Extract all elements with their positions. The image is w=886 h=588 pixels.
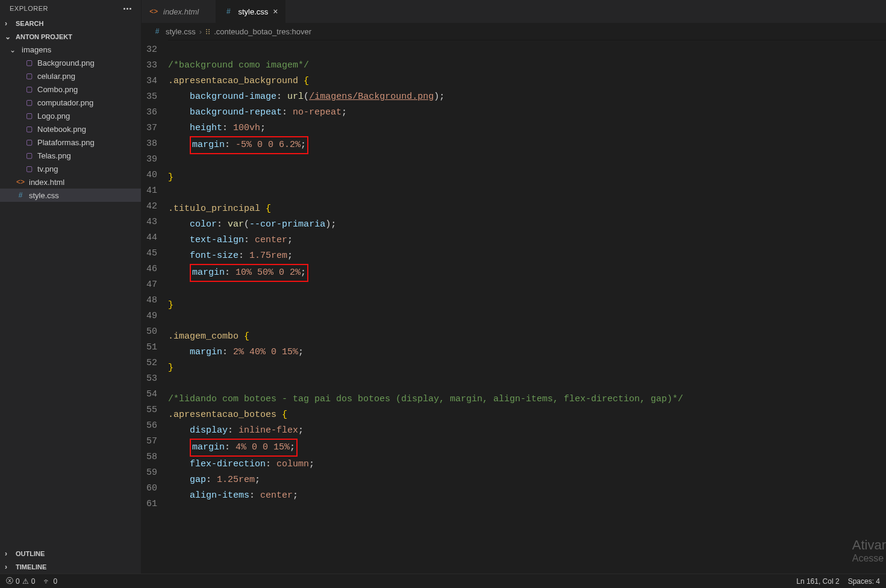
code-line[interactable] bbox=[168, 154, 886, 170]
code-line[interactable] bbox=[168, 186, 886, 201]
css-icon: # bbox=[223, 7, 233, 16]
file-label: computador.png bbox=[37, 98, 93, 107]
project-section[interactable]: ⌄ ANTON PROJEKT bbox=[0, 30, 141, 43]
code-line[interactable]: color: var(--cor-primaria); bbox=[168, 217, 886, 233]
image-icon: ▢ bbox=[24, 124, 34, 134]
code-area[interactable]: 3233343536373839404142434445464748495051… bbox=[142, 40, 886, 574]
code-line[interactable] bbox=[168, 42, 886, 58]
file-label: Background.png bbox=[37, 58, 95, 67]
folder-imagens[interactable]: ⌄ imagens bbox=[0, 43, 141, 56]
chevron-right-icon: › bbox=[5, 19, 13, 28]
code-line[interactable] bbox=[168, 282, 886, 298]
status-cursor[interactable]: Ln 161, Col 2 bbox=[796, 577, 839, 586]
breadcrumb-symbol: .conteudo_botao_tres:hover bbox=[214, 27, 311, 36]
search-label: SEARCH bbox=[16, 20, 43, 27]
folder-label: imagens bbox=[22, 45, 51, 54]
chevron-down-icon: ⌄ bbox=[5, 33, 13, 41]
html-icon: <> bbox=[16, 177, 25, 187]
breadcrumb-file: style.css bbox=[166, 27, 196, 36]
code-line[interactable]: text-align: center; bbox=[168, 233, 886, 248]
editor: <> index.html × # style.css × # style.cs… bbox=[142, 0, 886, 574]
code-line[interactable]: /*background como imagem*/ bbox=[168, 58, 886, 74]
status-spaces[interactable]: Spaces: 4 bbox=[848, 577, 880, 586]
image-icon: ▢ bbox=[24, 71, 34, 81]
search-section[interactable]: › SEARCH bbox=[0, 17, 141, 30]
file-combo-png[interactable]: ▢Combo.png bbox=[0, 83, 141, 96]
css-icon: # bbox=[152, 27, 162, 36]
code-line[interactable]: display: inline-flex; bbox=[168, 423, 886, 439]
code-line[interactable] bbox=[168, 376, 886, 392]
file-telas-png[interactable]: ▢Telas.png bbox=[0, 149, 141, 162]
file-tree: ⌄ imagens ▢Background.png▢celular.png▢Co… bbox=[0, 43, 141, 547]
timeline-label: TIMELINE bbox=[16, 563, 46, 571]
file-logo-png[interactable]: ▢Logo.png bbox=[0, 109, 141, 122]
explorer-header: EXPLORER bbox=[0, 0, 141, 17]
file-label: Telas.png bbox=[37, 151, 71, 160]
code-line[interactable]: align-items: center; bbox=[168, 488, 886, 504]
code-line[interactable]: } bbox=[168, 170, 886, 186]
code-line[interactable]: .imagem_combo { bbox=[168, 329, 886, 345]
image-icon: ▢ bbox=[24, 164, 34, 174]
status-port[interactable]: ᯤ0 bbox=[43, 577, 57, 586]
outline-section[interactable]: › OUTLINE bbox=[0, 547, 141, 560]
tab-label: index.html bbox=[163, 7, 199, 16]
code-line[interactable]: gap: 1.25rem; bbox=[168, 472, 886, 488]
code-line[interactable]: font-size: 1.75rem; bbox=[168, 248, 886, 264]
status-problems[interactable]: ⓧ0 ⚠0 bbox=[6, 576, 35, 586]
tabs-bar: <> index.html × # style.css × bbox=[142, 0, 886, 23]
chevron-right-icon: › bbox=[5, 549, 13, 558]
file-computador-png[interactable]: ▢computador.png bbox=[0, 96, 141, 109]
code-content[interactable]: /*background como imagem*/.apresentacao_… bbox=[168, 40, 886, 574]
file-notebook-png[interactable]: ▢Notebook.png bbox=[0, 122, 141, 136]
code-line[interactable]: .titulo_principal { bbox=[168, 201, 886, 217]
project-label: ANTON PROJEKT bbox=[16, 33, 72, 40]
html-icon: <> bbox=[149, 7, 158, 16]
chevron-right-icon: › bbox=[199, 27, 202, 36]
more-icon[interactable] bbox=[123, 8, 131, 10]
tab-label: style.css bbox=[238, 7, 268, 16]
file-label: Notebook.png bbox=[37, 125, 86, 134]
code-line[interactable]: } bbox=[168, 298, 886, 313]
file-label: tv.png bbox=[37, 164, 58, 174]
file-label: celular.png bbox=[37, 72, 75, 81]
line-gutter: 3233343536373839404142434445464748495051… bbox=[142, 40, 168, 574]
code-line[interactable]: } bbox=[168, 360, 886, 376]
file-label: index.html bbox=[29, 178, 64, 187]
image-icon: ▢ bbox=[24, 84, 34, 94]
code-line[interactable] bbox=[168, 504, 886, 519]
code-line[interactable]: .apresentacao_botoes { bbox=[168, 407, 886, 423]
code-line[interactable]: margin: -5% 0 0 6.2%; bbox=[168, 136, 886, 154]
file-tv-png[interactable]: ▢tv.png bbox=[0, 162, 141, 175]
error-icon: ⓧ bbox=[6, 576, 13, 586]
file-label: Plataformas.png bbox=[37, 138, 95, 147]
breadcrumb[interactable]: # style.css › ⁝⁝ .conteudo_botao_tres:ho… bbox=[142, 23, 886, 40]
file-label: Logo.png bbox=[37, 111, 70, 120]
explorer-title: EXPLORER bbox=[10, 5, 48, 12]
file-plataformas-png[interactable]: ▢Plataformas.png bbox=[0, 136, 141, 149]
code-line[interactable]: height: 100vh; bbox=[168, 120, 886, 136]
file-background-png[interactable]: ▢Background.png bbox=[0, 56, 141, 69]
radio-icon: ᯤ bbox=[43, 577, 51, 586]
file-style-css[interactable]: # style.css bbox=[0, 189, 141, 202]
code-line[interactable]: margin: 4% 0 0 15%; bbox=[168, 439, 886, 457]
code-line[interactable]: margin: 2% 40% 0 15%; bbox=[168, 345, 886, 360]
tab-style-css[interactable]: # style.css × bbox=[216, 0, 285, 23]
code-line[interactable]: margin: 10% 50% 0 2%; bbox=[168, 264, 886, 282]
tab-index-html[interactable]: <> index.html × bbox=[142, 0, 216, 23]
image-icon: ▢ bbox=[24, 58, 34, 67]
code-line[interactable] bbox=[168, 313, 886, 329]
code-line[interactable]: /*lidando com botoes - tag pai dos botoe… bbox=[168, 392, 886, 407]
close-icon[interactable]: × bbox=[273, 7, 278, 16]
file-index-html[interactable]: <> index.html bbox=[0, 175, 141, 189]
timeline-section[interactable]: › TIMELINE bbox=[0, 560, 141, 574]
code-line[interactable]: flex-direction: column; bbox=[168, 457, 886, 472]
code-line[interactable]: background-image: url(/imagens/Backgroun… bbox=[168, 89, 886, 105]
file-celular-png[interactable]: ▢celular.png bbox=[0, 69, 141, 83]
image-icon: ▢ bbox=[24, 151, 34, 160]
code-line[interactable]: background-repeat: no-repeat; bbox=[168, 105, 886, 120]
code-line[interactable]: .apresentacao_background { bbox=[168, 74, 886, 89]
warning-icon: ⚠ bbox=[22, 577, 29, 586]
sidebar: EXPLORER › SEARCH ⌄ ANTON PROJEKT ⌄ imag… bbox=[0, 0, 142, 574]
symbol-icon: ⁝⁝ bbox=[205, 27, 210, 36]
status-bar: ⓧ0 ⚠0 ᯤ0 Ln 161, Col 2 Spaces: 4 bbox=[0, 574, 886, 588]
